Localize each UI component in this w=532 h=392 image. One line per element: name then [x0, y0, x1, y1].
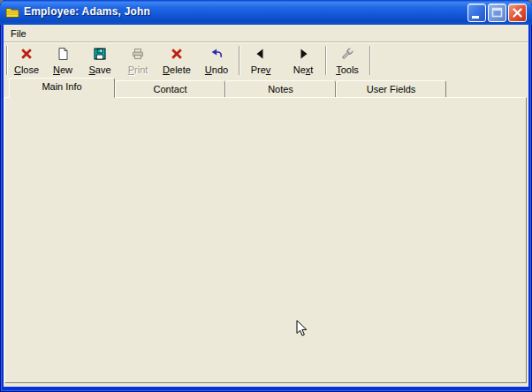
toolbar-button-label: New [45, 64, 80, 75]
new-page-icon [56, 47, 70, 61]
toolbar-prev-button[interactable]: Prev [243, 45, 278, 78]
menubar: File [4, 25, 528, 42]
toolbar-new-button[interactable]: New [45, 45, 80, 78]
undo-arrow-icon [209, 47, 224, 61]
tab-contact[interactable]: Contact [115, 80, 225, 97]
tab-main-info[interactable]: Main Info [9, 78, 115, 98]
toolbar-button-label: Print [119, 64, 156, 75]
wrench-icon [340, 47, 354, 61]
toolbar-print-button[interactable]: Print [119, 45, 156, 78]
toolbar-separator [325, 46, 327, 75]
printer-icon [131, 47, 145, 61]
titlebar[interactable]: Employee: Adams, John [0, 0, 532, 25]
folder-icon [5, 5, 19, 19]
maximize-button[interactable] [488, 4, 506, 22]
toolbar-separator [6, 46, 8, 75]
prev-triangle-icon [254, 47, 268, 61]
toolbar-delete-button[interactable]: Delete [158, 45, 195, 78]
toolbar-button-label: Delete [158, 64, 195, 75]
window-title: Employee: Adams, John [24, 5, 150, 18]
toolbar-tools-button[interactable]: Tools [330, 45, 365, 78]
tab-user-fields[interactable]: User Fields [336, 80, 446, 97]
employee-window: Employee: Adams, John File [0, 0, 532, 392]
toolbar: Close New Save Print [4, 42, 528, 78]
toolbar-button-label: Prev [243, 64, 278, 75]
toolbar-separator [239, 46, 240, 75]
toolbar-button-label: Undo [199, 64, 234, 75]
toolbar-separator [369, 46, 371, 75]
toolbar-button-label: Save [82, 64, 118, 75]
toolbar-close-button[interactable]: Close [10, 45, 43, 78]
main-info-page [4, 97, 527, 383]
toolbar-save-button[interactable]: Save [82, 45, 118, 78]
minimize-button[interactable] [467, 4, 486, 22]
menu-file[interactable]: File [5, 26, 32, 41]
toolbar-button-label: Close [10, 64, 43, 75]
mouse-cursor-icon [296, 320, 308, 339]
toolbar-button-label: Tools [330, 64, 365, 75]
delete-x-icon [170, 47, 184, 61]
save-floppy-icon [93, 47, 107, 61]
toolbar-undo-button[interactable]: Undo [199, 45, 234, 78]
close-window-button[interactable] [508, 4, 527, 22]
close-x-icon [19, 47, 34, 61]
next-triangle-icon [296, 47, 310, 61]
tab-notes[interactable]: Notes [225, 80, 336, 97]
toolbar-next-button[interactable]: Next [285, 45, 321, 78]
client-area: File Close New Save [4, 25, 528, 387]
toolbar-button-label: Next [285, 64, 321, 75]
